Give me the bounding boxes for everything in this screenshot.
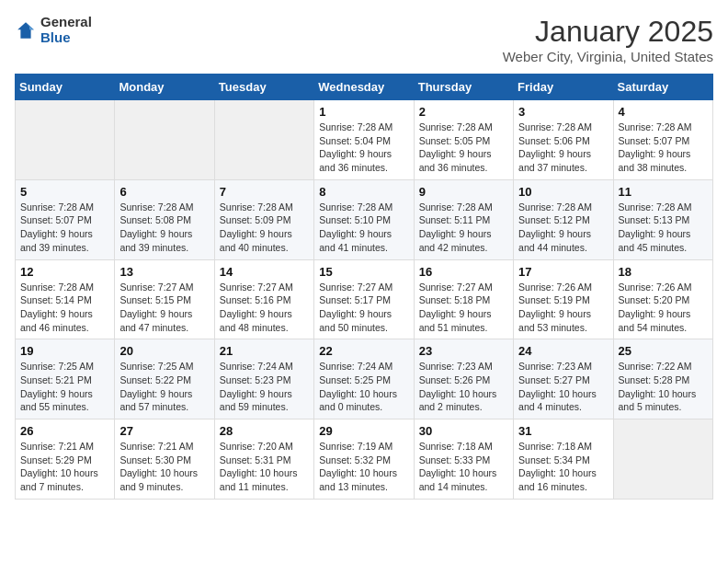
- day-info: Sunrise: 7:27 AM Sunset: 5:17 PM Dayligh…: [319, 281, 408, 335]
- calendar-cell: 30Sunrise: 7:18 AM Sunset: 5:33 PM Dayli…: [414, 419, 513, 500]
- calendar-cell: 22Sunrise: 7:24 AM Sunset: 5:25 PM Dayli…: [314, 339, 414, 419]
- day-number: 8: [319, 185, 408, 199]
- day-info: Sunrise: 7:28 AM Sunset: 5:09 PM Dayligh…: [220, 201, 309, 255]
- weekday-header-wednesday: Wednesday: [314, 75, 414, 100]
- day-info: Sunrise: 7:21 AM Sunset: 5:29 PM Dayligh…: [20, 440, 109, 494]
- logo-icon: [15, 19, 37, 41]
- day-number: 17: [518, 265, 608, 279]
- day-info: Sunrise: 7:23 AM Sunset: 5:26 PM Dayligh…: [419, 360, 508, 414]
- week-row-1: 1Sunrise: 7:28 AM Sunset: 5:04 PM Daylig…: [16, 100, 713, 180]
- day-number: 5: [20, 185, 109, 199]
- day-number: 1: [319, 105, 408, 119]
- day-info: Sunrise: 7:27 AM Sunset: 5:18 PM Dayligh…: [419, 281, 508, 335]
- weekday-header-sunday: Sunday: [16, 75, 115, 100]
- calendar-cell: 2Sunrise: 7:28 AM Sunset: 5:05 PM Daylig…: [414, 100, 513, 180]
- day-number: 25: [619, 344, 708, 358]
- logo-blue-text: Blue: [40, 30, 92, 46]
- day-number: 9: [419, 185, 508, 199]
- day-number: 28: [220, 424, 309, 438]
- calendar-cell: 17Sunrise: 7:26 AM Sunset: 5:19 PM Dayli…: [514, 259, 613, 339]
- day-info: Sunrise: 7:28 AM Sunset: 5:10 PM Dayligh…: [319, 201, 408, 255]
- day-number: 26: [20, 424, 109, 438]
- day-info: Sunrise: 7:24 AM Sunset: 5:25 PM Dayligh…: [319, 360, 408, 414]
- day-info: Sunrise: 7:28 AM Sunset: 5:06 PM Dayligh…: [518, 121, 608, 175]
- logo-text: General Blue: [40, 15, 92, 45]
- calendar-cell: 27Sunrise: 7:21 AM Sunset: 5:30 PM Dayli…: [115, 419, 214, 500]
- calendar-cell: [16, 100, 115, 180]
- day-info: Sunrise: 7:28 AM Sunset: 5:07 PM Dayligh…: [20, 201, 109, 255]
- day-info: Sunrise: 7:28 AM Sunset: 5:13 PM Dayligh…: [619, 201, 708, 255]
- day-number: 12: [20, 265, 109, 279]
- day-number: 15: [319, 265, 408, 279]
- calendar-cell: 15Sunrise: 7:27 AM Sunset: 5:17 PM Dayli…: [314, 259, 414, 339]
- calendar-cell: 16Sunrise: 7:27 AM Sunset: 5:18 PM Dayli…: [414, 259, 513, 339]
- calendar-cell: 31Sunrise: 7:18 AM Sunset: 5:34 PM Dayli…: [514, 419, 613, 500]
- day-number: 20: [119, 344, 209, 358]
- calendar-cell: 3Sunrise: 7:28 AM Sunset: 5:06 PM Daylig…: [514, 100, 613, 180]
- calendar-title: January 2025: [503, 15, 713, 49]
- calendar-cell: 13Sunrise: 7:27 AM Sunset: 5:15 PM Dayli…: [115, 259, 214, 339]
- calendar-cell: 20Sunrise: 7:25 AM Sunset: 5:22 PM Dayli…: [115, 339, 214, 419]
- week-row-4: 19Sunrise: 7:25 AM Sunset: 5:21 PM Dayli…: [16, 339, 713, 419]
- day-info: Sunrise: 7:27 AM Sunset: 5:16 PM Dayligh…: [220, 281, 309, 335]
- day-number: 2: [419, 105, 508, 119]
- day-number: 19: [20, 344, 109, 358]
- weekday-header-friday: Friday: [514, 75, 613, 100]
- calendar-table: SundayMondayTuesdayWednesdayThursdayFrid…: [15, 74, 713, 500]
- calendar-cell: 4Sunrise: 7:28 AM Sunset: 5:07 PM Daylig…: [613, 100, 712, 180]
- day-number: 14: [220, 265, 309, 279]
- day-info: Sunrise: 7:28 AM Sunset: 5:08 PM Dayligh…: [119, 201, 209, 255]
- day-info: Sunrise: 7:28 AM Sunset: 5:12 PM Dayligh…: [518, 201, 608, 255]
- calendar-cell: [214, 100, 313, 180]
- day-number: 4: [619, 105, 708, 119]
- calendar-cell: 5Sunrise: 7:28 AM Sunset: 5:07 PM Daylig…: [16, 179, 115, 259]
- day-info: Sunrise: 7:23 AM Sunset: 5:27 PM Dayligh…: [518, 360, 608, 414]
- calendar-cell: 7Sunrise: 7:28 AM Sunset: 5:09 PM Daylig…: [214, 179, 313, 259]
- calendar-cell: 24Sunrise: 7:23 AM Sunset: 5:27 PM Dayli…: [514, 339, 613, 419]
- calendar-cell: 26Sunrise: 7:21 AM Sunset: 5:29 PM Dayli…: [16, 419, 115, 500]
- day-number: 24: [518, 344, 608, 358]
- day-info: Sunrise: 7:25 AM Sunset: 5:22 PM Dayligh…: [119, 360, 209, 414]
- day-info: Sunrise: 7:28 AM Sunset: 5:04 PM Dayligh…: [319, 121, 408, 175]
- day-info: Sunrise: 7:18 AM Sunset: 5:33 PM Dayligh…: [419, 440, 508, 494]
- calendar-cell: 25Sunrise: 7:22 AM Sunset: 5:28 PM Dayli…: [613, 339, 712, 419]
- day-number: 11: [619, 185, 708, 199]
- day-number: 3: [518, 105, 608, 119]
- weekday-header-saturday: Saturday: [613, 75, 712, 100]
- day-info: Sunrise: 7:26 AM Sunset: 5:19 PM Dayligh…: [518, 281, 608, 335]
- calendar-cell: 19Sunrise: 7:25 AM Sunset: 5:21 PM Dayli…: [16, 339, 115, 419]
- calendar-cell: 6Sunrise: 7:28 AM Sunset: 5:08 PM Daylig…: [115, 179, 214, 259]
- calendar-cell: 14Sunrise: 7:27 AM Sunset: 5:16 PM Dayli…: [214, 259, 313, 339]
- title-block: January 2025 Weber City, Virginia, Unite…: [503, 15, 713, 64]
- page-header: General Blue January 2025 Weber City, Vi…: [15, 15, 713, 64]
- calendar-cell: 10Sunrise: 7:28 AM Sunset: 5:12 PM Dayli…: [514, 179, 613, 259]
- weekday-header-monday: Monday: [115, 75, 214, 100]
- day-number: 30: [419, 424, 508, 438]
- day-info: Sunrise: 7:28 AM Sunset: 5:11 PM Dayligh…: [419, 201, 508, 255]
- day-number: 13: [119, 265, 209, 279]
- day-number: 31: [518, 424, 608, 438]
- calendar-cell: 11Sunrise: 7:28 AM Sunset: 5:13 PM Dayli…: [613, 179, 712, 259]
- weekday-header-row: SundayMondayTuesdayWednesdayThursdayFrid…: [16, 75, 713, 100]
- svg-marker-0: [17, 22, 34, 39]
- day-info: Sunrise: 7:24 AM Sunset: 5:23 PM Dayligh…: [220, 360, 309, 414]
- day-number: 29: [319, 424, 408, 438]
- calendar-cell: 12Sunrise: 7:28 AM Sunset: 5:14 PM Dayli…: [16, 259, 115, 339]
- day-info: Sunrise: 7:25 AM Sunset: 5:21 PM Dayligh…: [20, 360, 109, 414]
- day-info: Sunrise: 7:27 AM Sunset: 5:15 PM Dayligh…: [119, 281, 209, 335]
- calendar-cell: 8Sunrise: 7:28 AM Sunset: 5:10 PM Daylig…: [314, 179, 414, 259]
- day-info: Sunrise: 7:28 AM Sunset: 5:14 PM Dayligh…: [20, 281, 109, 335]
- calendar-cell: 28Sunrise: 7:20 AM Sunset: 5:31 PM Dayli…: [214, 419, 313, 500]
- calendar-cell: 23Sunrise: 7:23 AM Sunset: 5:26 PM Dayli…: [414, 339, 513, 419]
- calendar-cell: 9Sunrise: 7:28 AM Sunset: 5:11 PM Daylig…: [414, 179, 513, 259]
- day-number: 6: [119, 185, 209, 199]
- weekday-header-tuesday: Tuesday: [214, 75, 313, 100]
- day-number: 16: [419, 265, 508, 279]
- day-number: 18: [619, 265, 708, 279]
- calendar-cell: 18Sunrise: 7:26 AM Sunset: 5:20 PM Dayli…: [613, 259, 712, 339]
- week-row-3: 12Sunrise: 7:28 AM Sunset: 5:14 PM Dayli…: [16, 259, 713, 339]
- calendar-cell: 1Sunrise: 7:28 AM Sunset: 5:04 PM Daylig…: [314, 100, 414, 180]
- day-info: Sunrise: 7:18 AM Sunset: 5:34 PM Dayligh…: [518, 440, 608, 494]
- calendar-cell: [115, 100, 214, 180]
- week-row-5: 26Sunrise: 7:21 AM Sunset: 5:29 PM Dayli…: [16, 419, 713, 500]
